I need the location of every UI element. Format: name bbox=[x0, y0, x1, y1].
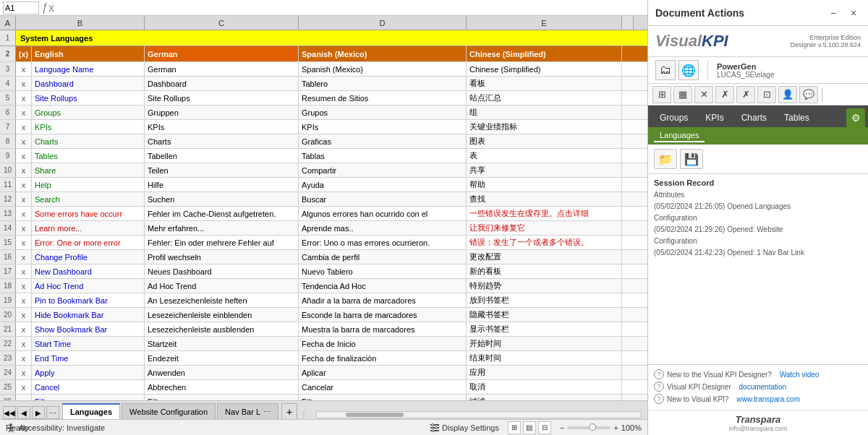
cell-english-4[interactable]: Dashboard bbox=[32, 77, 145, 90]
cell-chinese-25[interactable]: 取消 bbox=[467, 380, 622, 394]
cell-german-25[interactable]: Abbrechen bbox=[145, 380, 299, 394]
col-header-b[interactable]: B bbox=[16, 16, 145, 30]
cell-german-12[interactable]: Suchen bbox=[145, 192, 299, 206]
cell-chinese-3[interactable]: Chinese (Simplified) bbox=[467, 62, 622, 76]
cell-spanish-8[interactable]: Graficas bbox=[299, 134, 467, 148]
cell-spanish-11[interactable]: Ayuda bbox=[299, 178, 467, 191]
view-page-layout-icon[interactable]: ▤ bbox=[523, 421, 536, 434]
cell-spanish-10[interactable]: Compartir bbox=[299, 163, 467, 177]
cell-chinese-12[interactable]: 查找 bbox=[467, 192, 622, 206]
nav-tab-charts[interactable]: Charts bbox=[733, 108, 775, 127]
cell-chinese-13[interactable]: 一些错误发生在缓存里。点击详细 bbox=[467, 207, 622, 220]
cell-german-9[interactable]: Tabellen bbox=[145, 149, 299, 163]
cell-spanish-22[interactable]: Fecha de Inicio bbox=[299, 337, 467, 350]
cell-english-24[interactable]: Apply bbox=[32, 366, 145, 379]
toolbar-globe-icon[interactable]: 🌐 bbox=[678, 60, 699, 80]
nav-tab-kpis[interactable]: KPIs bbox=[697, 108, 732, 127]
cell-english-13[interactable]: Some errors have occurr bbox=[32, 207, 145, 220]
sheet-options-btn[interactable]: ⋮ bbox=[297, 410, 310, 418]
tab-nav-next[interactable]: ▶ bbox=[32, 406, 45, 419]
add-sheet-btn[interactable]: + bbox=[281, 403, 297, 419]
cell-chinese-17[interactable]: 新的看板 bbox=[467, 264, 622, 278]
cell-english-7[interactable]: KPIs bbox=[32, 120, 145, 134]
cell-spanish-9[interactable]: Tablas bbox=[299, 149, 467, 163]
view-page-break-icon[interactable]: ⊟ bbox=[538, 421, 551, 434]
display-settings-btn[interactable]: Display Settings bbox=[430, 423, 499, 432]
cell-german-4[interactable]: Dashboard bbox=[145, 77, 299, 90]
cell-german-19[interactable]: An Lesezeichenleiste heften bbox=[145, 293, 299, 307]
cell-spanish-6[interactable]: Grupos bbox=[299, 105, 467, 119]
cell-english-14[interactable]: Learn more... bbox=[32, 221, 145, 235]
cell-german-22[interactable]: Startzeit bbox=[145, 337, 299, 350]
cell-spanish-13[interactable]: Algunos errores han ocurrido con el bbox=[299, 207, 467, 220]
cell-chinese-11[interactable]: 帮助 bbox=[467, 178, 622, 191]
cell-spanish-20[interactable]: Esconde la barra de marcadores bbox=[299, 308, 467, 322]
cell-german-7[interactable]: KPIs bbox=[145, 120, 299, 134]
cell-chinese-10[interactable]: 共享 bbox=[467, 163, 622, 177]
cell-chinese-7[interactable]: 关键业绩指标 bbox=[467, 120, 622, 134]
tb-xmark-icon[interactable]: ✗ bbox=[736, 86, 755, 103]
cell-german-5[interactable]: Site Rollups bbox=[145, 91, 299, 105]
cell-german-21[interactable]: Lesezeichenleiste ausblenden bbox=[145, 322, 299, 336]
cell-german-11[interactable]: Hilfe bbox=[145, 178, 299, 191]
col-header-c[interactable]: C bbox=[145, 16, 299, 30]
cell-english-3[interactable]: Language Name bbox=[32, 62, 145, 76]
cell-chinese-16[interactable]: 更改配置 bbox=[467, 250, 622, 264]
action-save-btn[interactable]: 💾 bbox=[680, 149, 703, 169]
tab-nav-prev[interactable]: ◀ bbox=[17, 406, 30, 419]
action-folder-btn[interactable]: 📁 bbox=[654, 149, 677, 169]
cell-german-14[interactable]: Mehr erfahren... bbox=[145, 221, 299, 235]
cell-chinese-22[interactable]: 开始时间 bbox=[467, 337, 622, 350]
cell-german-20[interactable]: Lesezeichenleiste einblenden bbox=[145, 308, 299, 322]
sheet-tab-website-config[interactable]: Website Configuration bbox=[122, 403, 216, 419]
cell-english-20[interactable]: Hide Bookmark Bar bbox=[32, 308, 145, 322]
tab-nav-first[interactable]: ◀◀ bbox=[3, 406, 16, 419]
help-link-docs[interactable]: documentation bbox=[739, 383, 787, 391]
tb-message-icon[interactable]: 💬 bbox=[799, 86, 818, 103]
cell-spanish-23[interactable]: Fecha de finalización bbox=[299, 351, 467, 365]
cell-english-19[interactable]: Pin to Bookmark Bar bbox=[32, 293, 145, 307]
cell-spanish-26[interactable]: Filtros bbox=[299, 395, 467, 400]
panel-collapse-btn[interactable]: − bbox=[826, 6, 841, 20]
cell-english-22[interactable]: Start Time bbox=[32, 337, 145, 350]
zoom-in-btn[interactable]: + bbox=[613, 423, 618, 432]
cell-spanish-15[interactable]: Error: Uno o mas errores ocurrieron. bbox=[299, 236, 467, 249]
cell-english-11[interactable]: Help bbox=[32, 178, 145, 191]
cell-spanish-7[interactable]: KPIs bbox=[299, 120, 467, 134]
cell-english-8[interactable]: Charts bbox=[32, 134, 145, 148]
view-normal-icon[interactable]: ⊞ bbox=[508, 421, 521, 434]
cell-english-15[interactable]: Error: One or more error bbox=[32, 236, 145, 249]
cell-reference-box[interactable]: A1 bbox=[3, 1, 39, 14]
col-header-d[interactable]: D bbox=[299, 16, 467, 30]
cell-spanish-5[interactable]: Resumen de Sitios bbox=[299, 91, 467, 105]
cell-spanish-14[interactable]: Aprende mas.. bbox=[299, 221, 467, 235]
cell-chinese-15[interactable]: 错误：发生了一个或者多个错误。 bbox=[467, 236, 622, 249]
cell-spanish-21[interactable]: Muestra la barra de marcadores bbox=[299, 322, 467, 336]
cell-spanish-12[interactable]: Buscar bbox=[299, 192, 467, 206]
nav-tab-gear-btn[interactable]: ⚙ bbox=[846, 108, 865, 127]
col-header-a[interactable]: A bbox=[0, 16, 16, 30]
tb-user-icon[interactable]: 👤 bbox=[778, 86, 797, 103]
tb-close-icon[interactable]: ✕ bbox=[694, 86, 713, 103]
cell-german-8[interactable]: Charts bbox=[145, 134, 299, 148]
help-link-transpara[interactable]: www.transpara.com bbox=[736, 395, 800, 403]
cell-english-5[interactable]: Site Rollups bbox=[32, 91, 145, 105]
cell-spanish-17[interactable]: Nuevo Tablero bbox=[299, 264, 467, 278]
cell-spanish-3[interactable]: Spanish (Mexico) bbox=[299, 62, 467, 76]
cell-spanish-16[interactable]: Cambia de perfil bbox=[299, 250, 467, 264]
cell-chinese-8[interactable]: 图表 bbox=[467, 134, 622, 148]
cell-english-23[interactable]: End Time bbox=[32, 351, 145, 365]
cell-chinese-4[interactable]: 看板 bbox=[467, 77, 622, 90]
cell-english-12[interactable]: Search bbox=[32, 192, 145, 206]
cell-chinese-23[interactable]: 结束时间 bbox=[467, 351, 622, 365]
cell-english-18[interactable]: Ad Hoc Trend bbox=[32, 279, 145, 293]
cell-german-16[interactable]: Profil wechseln bbox=[145, 250, 299, 264]
tb-grid2-icon[interactable]: ▦ bbox=[673, 86, 692, 103]
cell-german-13[interactable]: Fehler im Cache-Dienst aufgetreten. bbox=[145, 207, 299, 220]
cell-chinese-14[interactable]: 让我们来修复它 bbox=[467, 221, 622, 235]
cell-spanish-4[interactable]: Tablero bbox=[299, 77, 467, 90]
cell-english-25[interactable]: Cancel bbox=[32, 380, 145, 394]
cell-german-3[interactable]: German bbox=[145, 62, 299, 76]
formula-input[interactable] bbox=[57, 4, 644, 12]
cell-english-21[interactable]: Show Bookmark Bar bbox=[32, 322, 145, 336]
